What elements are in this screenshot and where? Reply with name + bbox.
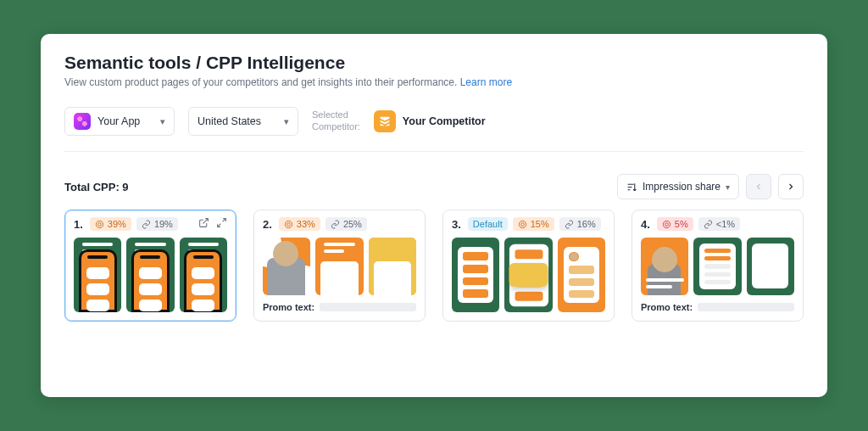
screenshot: [641, 238, 688, 295]
cpp-intelligence-panel: Semantic tools / CPP Intelligence View c…: [41, 34, 827, 397]
screenshot: [180, 238, 227, 312]
screenshot: [315, 238, 363, 295]
svg-point-5: [520, 222, 524, 226]
svg-point-1: [98, 222, 102, 226]
screenshot: [126, 238, 174, 312]
selected-competitor-label: Selected Competitor:: [312, 109, 360, 133]
chevron-down-icon: ▾: [160, 116, 165, 127]
svg-point-2: [285, 221, 292, 227]
promo-text-row: Promo text:: [263, 302, 416, 312]
app-select[interactable]: Your App ▾: [64, 107, 175, 136]
cpp-card[interactable]: 2. 33% 25%: [253, 210, 426, 322]
promo-text-placeholder: [698, 303, 794, 311]
breadcrumb-parent[interactable]: Semantic tools: [64, 53, 191, 72]
impression-share-badge: 33%: [279, 217, 320, 231]
selected-competitor[interactable]: Your Competitor: [374, 110, 486, 132]
target-icon: [284, 220, 293, 229]
svg-point-0: [96, 221, 103, 227]
link-share-badge: 19%: [136, 217, 178, 231]
expand-icon[interactable]: [216, 217, 227, 231]
screenshots: [452, 238, 605, 312]
impression-share-badge: 39%: [90, 217, 131, 231]
target-icon: [662, 220, 671, 229]
target-icon: [95, 220, 104, 229]
link-share-badge: 25%: [326, 217, 367, 231]
app-select-label: Your App: [97, 115, 140, 127]
screenshot: [693, 238, 741, 295]
filters-row: Your App ▾ United States ▾ Selected Comp…: [64, 107, 804, 152]
impression-share-badge: 5%: [657, 217, 693, 231]
cpp-card[interactable]: 4. 5% <1%: [632, 210, 804, 322]
card-rank: 4.: [641, 218, 650, 231]
sort-icon: [626, 182, 637, 193]
impression-share-badge: 15%: [513, 217, 554, 231]
promo-label: Promo text:: [641, 302, 693, 312]
chevron-right-icon: [786, 182, 796, 192]
sort-label: Impression share: [643, 181, 721, 193]
promo-text-row: Promo text:: [641, 302, 794, 312]
country-select[interactable]: United States ▾: [188, 107, 298, 136]
link-share-badge: 16%: [559, 217, 601, 231]
svg-point-3: [287, 222, 291, 226]
screenshot: [747, 238, 794, 295]
sort-select[interactable]: Impression share ▾: [617, 174, 739, 199]
cpp-cards-row: 1. 39% 19%: [64, 210, 804, 322]
cpp-card[interactable]: 1. 39% 19%: [64, 210, 236, 322]
promo-label: Promo text:: [263, 302, 314, 312]
screenshot: [558, 238, 605, 312]
svg-point-4: [519, 221, 526, 227]
screenshot: [504, 238, 552, 312]
app-icon: [74, 113, 91, 130]
next-page-button[interactable]: [778, 174, 804, 199]
default-badge: Default: [468, 217, 508, 231]
target-icon: [518, 220, 527, 229]
promo-text-placeholder: [320, 303, 416, 311]
screenshots: [641, 238, 794, 295]
card-rank: 1.: [74, 218, 83, 231]
chevron-down-icon: ▾: [284, 116, 289, 127]
learn-more-link[interactable]: Learn more: [460, 76, 512, 88]
screenshot: [263, 238, 310, 295]
link-share-badge: <1%: [698, 217, 740, 231]
svg-point-7: [665, 222, 669, 226]
link-icon: [565, 220, 574, 229]
card-rank: 3.: [452, 218, 461, 231]
screenshot: [452, 238, 499, 312]
svg-point-6: [663, 221, 670, 227]
screenshots: [74, 238, 227, 312]
screenshot: [74, 238, 121, 312]
chevron-left-icon: [754, 182, 764, 192]
prev-page-button[interactable]: [746, 174, 771, 199]
cards-toolbar: Total CPP: 9 Impression share ▾: [64, 174, 804, 199]
card-rank: 2.: [263, 218, 272, 231]
page-subtitle: View custom product pages of your compet…: [64, 76, 804, 88]
link-icon: [331, 220, 340, 229]
page-title: Semantic tools / CPP Intelligence: [64, 53, 804, 73]
screenshot: [369, 238, 416, 295]
screenshots: [263, 238, 416, 295]
breadcrumb-current: CPP Intelligence: [206, 53, 345, 72]
cpp-card[interactable]: 3. Default 15% 16%: [442, 210, 615, 322]
competitor-app-icon: [374, 110, 396, 132]
total-cpp: Total CPP: 9: [64, 181, 129, 193]
country-select-label: United States: [198, 115, 261, 127]
chevron-down-icon: ▾: [726, 182, 730, 192]
competitor-name: Your Competitor: [403, 115, 486, 127]
link-icon: [704, 220, 713, 229]
link-icon: [142, 220, 151, 229]
open-external-icon[interactable]: [198, 217, 209, 231]
